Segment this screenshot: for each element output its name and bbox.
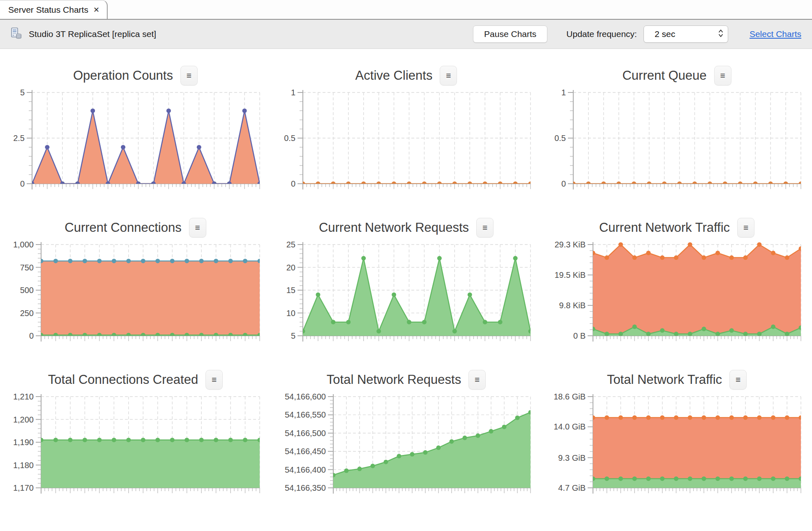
svg-text:500: 500 [20,286,33,295]
svg-text:54,166,600: 54,166,600 [284,392,325,401]
chart-cell-operation-counts: Operation Counts ≡ 02.55 [0,55,271,196]
pause-charts-button[interactable]: Pause Charts [473,25,547,43]
tab-bar: Server Status Charts ✕ [0,0,812,20]
update-frequency-label: Update frequency: [566,29,637,39]
svg-text:54,166,350: 54,166,350 [284,483,325,492]
chart-menu-button[interactable]: ≡ [714,66,731,85]
svg-text:1: 1 [291,88,295,97]
svg-text:9.8 KiB: 9.8 KiB [559,301,586,310]
chart-menu-button[interactable]: ≡ [737,218,754,238]
chart-cell-current-network-traffic: Current Network Traffic ≡ 0 B9.8 KiB19.5… [542,207,812,348]
svg-text:15: 15 [286,286,295,295]
current-queue-chart: 00.51 [549,88,804,196]
tab-close-icon[interactable]: ✕ [93,6,99,14]
chart-header: Operation Counts ≡ [73,64,198,88]
current-connections-chart: 02505007501,000 [8,240,263,348]
svg-text:0: 0 [20,179,24,188]
chart-cell-total-network-requests: Total Network Requests ≡ 54,166,35054,16… [271,359,542,500]
operation-counts-chart: 02.55 [8,88,263,196]
svg-text:0.5: 0.5 [284,134,295,143]
chart-header: Total Network Requests ≡ [327,368,486,392]
chart-menu-button[interactable]: ≡ [468,370,486,390]
chart-header: Active Clients ≡ [355,64,457,88]
current-network-requests-chart: 510152025 [279,240,534,348]
update-frequency-value: 2 sec [655,29,675,39]
select-charts-link[interactable]: Select Charts [750,29,801,39]
chart-title: Current Connections [65,220,181,235]
chart-cell-total-connections-created: Total Connections Created ≡ 1,1701,1801,… [0,359,271,500]
svg-text:1: 1 [561,88,566,97]
chart-header: Total Connections Created ≡ [48,368,223,392]
chart-title: Current Queue [622,68,706,83]
select-arrows-icon [718,29,724,39]
svg-text:18.6 GiB: 18.6 GiB [554,392,586,401]
svg-text:54,166,450: 54,166,450 [284,447,325,456]
chart-title: Active Clients [355,68,433,83]
chart-menu-button[interactable]: ≡ [189,218,206,238]
chart-title: Current Network Requests [319,220,469,235]
chart-header: Current Network Traffic ≡ [599,216,754,240]
svg-text:54,166,500: 54,166,500 [284,429,325,438]
svg-text:1,210: 1,210 [13,392,33,401]
update-frequency-select[interactable]: 2 sec [644,25,728,43]
svg-text:9.3 GiB: 9.3 GiB [558,453,586,462]
chart-menu-button[interactable]: ≡ [205,370,223,390]
svg-text:25: 25 [286,240,295,249]
current-network-traffic-chart: 0 B9.8 KiB19.5 KiB29.3 KiB [549,240,804,348]
chart-cell-active-clients: Active Clients ≡ 00.51 [271,55,542,196]
svg-text:1,200: 1,200 [13,415,33,424]
svg-text:4.7 GiB: 4.7 GiB [558,483,586,492]
total-connections-created-chart: 1,1701,1801,1901,2001,210 [8,392,263,500]
svg-text:10: 10 [286,309,295,318]
total-network-requests-chart: 54,166,35054,166,40054,166,45054,166,500… [279,392,534,500]
connection-label: Studio 3T ReplicaSet [replica set] [29,29,156,39]
svg-text:29.3 KiB: 29.3 KiB [554,240,586,249]
svg-text:0: 0 [561,179,566,188]
chart-title: Total Connections Created [48,372,198,387]
chart-cell-current-queue: Current Queue ≡ 00.51 [542,55,812,196]
svg-text:1,180: 1,180 [13,461,33,470]
server-database-icon [11,27,22,41]
svg-text:54,166,550: 54,166,550 [284,410,325,419]
chart-header: Current Network Requests ≡ [319,216,494,240]
connection-info: Studio 3T ReplicaSet [replica set] [11,27,156,41]
svg-text:14.0 GiB: 14.0 GiB [554,422,586,431]
svg-text:0: 0 [291,179,295,188]
active-clients-chart: 00.51 [279,88,534,196]
tab-label: Server Status Charts [8,5,88,15]
chart-title: Total Network Traffic [607,372,722,387]
svg-text:2.5: 2.5 [13,134,25,143]
chart-title: Total Network Requests [327,372,461,387]
svg-text:0: 0 [29,331,33,340]
svg-text:5: 5 [20,88,24,97]
svg-text:1,000: 1,000 [13,240,33,249]
chart-menu-button[interactable]: ≡ [729,370,747,390]
chart-title: Current Network Traffic [599,220,730,235]
total-network-traffic-chart: 4.7 GiB9.3 GiB14.0 GiB18.6 GiB [549,392,804,500]
chart-header: Current Queue ≡ [622,64,731,88]
svg-text:0.5: 0.5 [554,134,566,143]
svg-text:1,190: 1,190 [13,438,33,447]
svg-text:54,166,400: 54,166,400 [284,465,325,474]
toolbar: Studio 3T ReplicaSet [replica set] Pause… [0,20,812,49]
chart-title: Operation Counts [73,68,173,83]
chart-header: Total Network Traffic ≡ [607,368,747,392]
chart-cell-current-connections: Current Connections ≡ 02505007501,000 [0,207,271,348]
chart-menu-button[interactable]: ≡ [180,66,198,85]
svg-text:750: 750 [20,263,33,272]
svg-text:1,170: 1,170 [13,483,33,492]
tab-server-status-charts[interactable]: Server Status Charts ✕ [0,0,108,19]
charts-grid: Operation Counts ≡ 02.55 Active Clients … [0,49,812,500]
svg-text:250: 250 [20,309,33,318]
svg-text:20: 20 [286,263,295,272]
chart-menu-button[interactable]: ≡ [440,66,457,85]
chart-header: Current Connections ≡ [65,216,206,240]
chart-cell-current-network-requests: Current Network Requests ≡ 510152025 [271,207,542,348]
svg-text:5: 5 [291,331,295,340]
svg-text:0 B: 0 B [573,331,586,340]
chart-cell-total-network-traffic: Total Network Traffic ≡ 4.7 GiB9.3 GiB14… [542,359,812,500]
svg-text:19.5 KiB: 19.5 KiB [554,270,586,279]
chart-menu-button[interactable]: ≡ [476,218,494,238]
